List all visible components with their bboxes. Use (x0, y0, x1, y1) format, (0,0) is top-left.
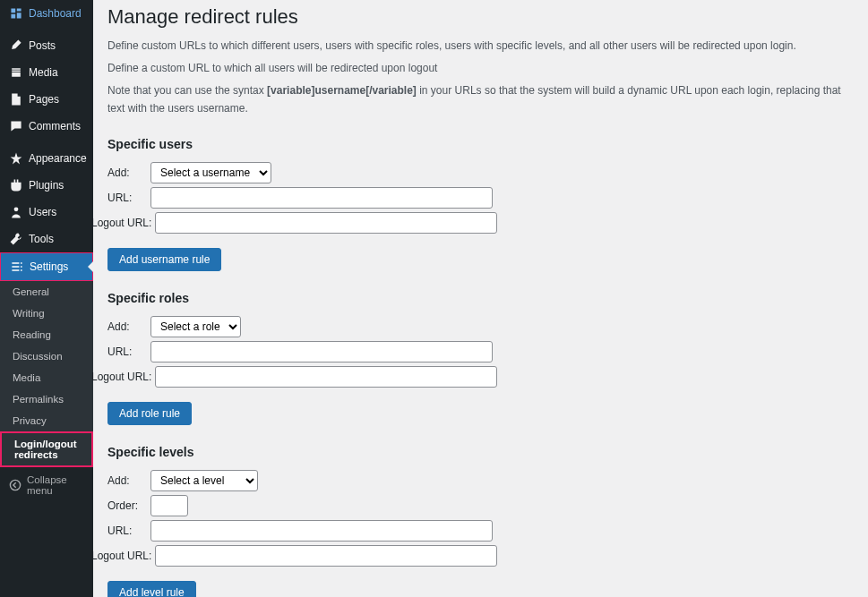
input-logout-role[interactable] (155, 366, 497, 388)
submenu-permalinks[interactable]: Permalinks (0, 388, 93, 410)
collapse-label: Collapse menu (27, 474, 84, 496)
desc-logout: Define a custom URL to which all users w… (107, 60, 850, 77)
svg-point-0 (14, 207, 19, 211)
input-url-level[interactable] (150, 520, 493, 542)
tools-icon (9, 232, 23, 246)
page-title: Manage redirect rules (107, 5, 850, 29)
menu-dashboard[interactable]: Dashboard (0, 0, 93, 27)
label-logout-role: Logout URL: (91, 371, 155, 383)
input-logout-user[interactable] (155, 212, 497, 234)
plugins-icon (9, 178, 23, 192)
menu-label: Dashboard (29, 7, 82, 20)
menu-label: Tools (29, 233, 54, 245)
menu-comments[interactable]: Comments (0, 113, 93, 140)
submenu-writing[interactable]: Writing (0, 303, 93, 324)
main-content: Manage redirect rules Define custom URLs… (93, 0, 868, 597)
label-logout-level: Logout URL: (91, 550, 155, 562)
menu-label: Appearance (29, 152, 87, 165)
submenu-media[interactable]: Media (0, 367, 93, 388)
input-order[interactable] (150, 495, 188, 516)
input-logout-level[interactable] (155, 545, 497, 567)
menu-label: Users (29, 206, 56, 218)
menu-appearance[interactable]: Appearance (0, 145, 93, 172)
users-icon (9, 205, 23, 219)
desc-login: Define custom URLs to which different us… (107, 38, 850, 55)
submenu-privacy[interactable]: Privacy (0, 410, 93, 431)
pages-icon (9, 92, 23, 107)
heading-roles: Specific roles (107, 291, 850, 305)
collapse-icon (9, 478, 21, 492)
menu-label: Media (29, 66, 58, 79)
settings-icon (10, 260, 24, 274)
collapse-menu[interactable]: Collapse menu (0, 467, 93, 503)
label-logout-user: Logout URL: (91, 217, 155, 229)
admin-sidebar: Dashboard Posts Media Pages Comments App… (0, 0, 93, 597)
dashboard-icon (9, 6, 23, 21)
label-url-role: URL: (107, 345, 150, 358)
submenu-discussion[interactable]: Discussion (0, 345, 93, 367)
menu-label: Pages (29, 93, 59, 106)
select-username[interactable]: Select a username (150, 162, 271, 183)
heading-levels: Specific levels (107, 445, 850, 459)
add-username-rule-button[interactable]: Add username rule (107, 248, 221, 271)
submenu-login-redirects[interactable]: Login/logout redirects (0, 431, 93, 467)
label-url-level: URL: (107, 525, 150, 537)
media-icon (9, 65, 23, 80)
input-url-user[interactable] (150, 187, 493, 209)
menu-label: Comments (29, 120, 81, 132)
settings-submenu: General Writing Reading Discussion Media… (0, 281, 93, 467)
select-role[interactable]: Select a role (150, 316, 241, 337)
svg-point-1 (10, 480, 20, 490)
input-url-role[interactable] (150, 341, 493, 362)
comments-icon (9, 119, 23, 133)
label-add-role: Add: (107, 320, 150, 333)
add-role-rule-button[interactable]: Add role rule (107, 402, 192, 425)
label-add-user: Add: (107, 166, 150, 179)
menu-pages[interactable]: Pages (0, 86, 93, 113)
menu-tools[interactable]: Tools (0, 226, 93, 252)
select-level[interactable]: Select a level (150, 470, 258, 491)
menu-posts[interactable]: Posts (0, 32, 93, 59)
menu-media[interactable]: Media (0, 59, 93, 86)
heading-users: Specific users (107, 137, 850, 151)
label-url-user: URL: (107, 192, 150, 204)
add-level-rule-button[interactable]: Add level rule (107, 581, 196, 597)
menu-label: Settings (30, 260, 68, 273)
menu-settings[interactable]: Settings (0, 252, 93, 281)
appearance-icon (9, 151, 23, 166)
menu-plugins[interactable]: Plugins (0, 172, 93, 199)
submenu-reading[interactable]: Reading (0, 324, 93, 345)
desc-variable: Note that you can use the syntax [variab… (107, 82, 850, 116)
menu-label: Plugins (29, 179, 64, 192)
menu-label: Posts (29, 39, 56, 52)
submenu-general[interactable]: General (0, 281, 93, 303)
label-add-level: Add: (107, 474, 150, 487)
pin-icon (9, 38, 23, 53)
label-order: Order: (107, 499, 150, 512)
menu-users[interactable]: Users (0, 199, 93, 226)
